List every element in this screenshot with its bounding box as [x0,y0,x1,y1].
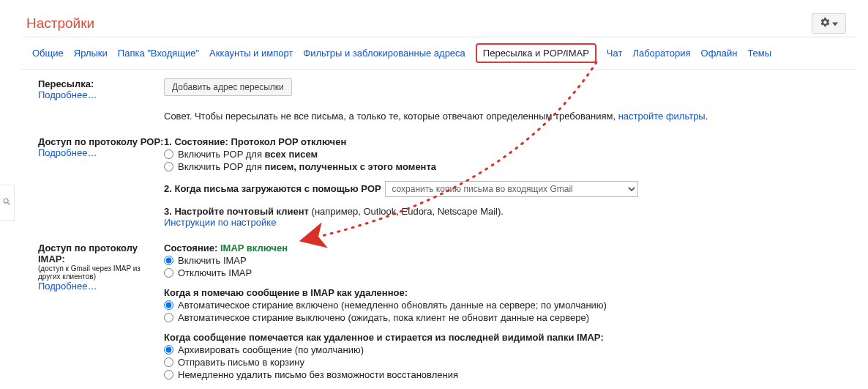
pop-enable-new-row[interactable]: Включить POP для писем, полученных с это… [164,161,853,172]
tab-offline[interactable]: Офлайн [701,48,738,59]
forwarding-title: Пересылка: [38,78,164,89]
dropdown-caret-icon [832,18,838,29]
imap-enable-row[interactable]: Включить IMAP [164,255,853,266]
page-title: Настройки [26,15,94,32]
imap-enable-radio[interactable] [164,256,173,265]
search-rail-button[interactable] [0,185,15,221]
imap-subtitle: (доступ к Gmail через IMAP из других кли… [38,264,164,281]
tab-chat[interactable]: Чат [607,48,623,59]
imap-expunge-heading: Когда сообщение помечается как удаленное… [164,332,853,343]
imap-disable-label: Отключить IMAP [178,267,252,278]
pop-action-select[interactable]: сохранить копию письма во входящих Gmail [385,181,638,197]
forwarding-section: Пересылка: Подробнее… Добавить адрес пер… [0,78,868,122]
tab-filters[interactable]: Фильтры и заблокированные адреса [303,48,465,59]
imap-more-link[interactable]: Подробнее… [38,281,164,292]
imap-expunge-archive-radio[interactable] [164,345,173,355]
pop-status: 1. Состояние: Протокол POP отключен [164,136,853,147]
imap-expunge-delete-label: Немедленно удалить письмо без возможност… [178,369,458,380]
tab-forwarding-pop-imap[interactable]: Пересылка и POP/IMAP [476,43,596,63]
imap-status: Состояние: IMAP включен [164,242,288,253]
imap-expunge-archive-row[interactable]: Архивировать сообщение (по умолчанию) [164,344,853,355]
pop-instructions-link[interactable]: Инструкции по настройке [164,217,276,228]
imap-disable-radio[interactable] [164,268,173,278]
pop-enable-all-row[interactable]: Включить POP для всех писем [164,149,853,160]
imap-expunge-delete-row[interactable]: Немедленно удалить письмо без возможност… [164,369,853,380]
imap-section: Доступ по протоколу IMAP: (доступ к Gmai… [0,242,868,382]
pop-more-link[interactable]: Подробнее… [38,147,164,158]
imap-autoexpunge-on-radio[interactable] [164,300,173,310]
imap-expunge-trash-radio[interactable] [164,357,173,367]
imap-enable-label: Включить IMAP [178,255,247,266]
forwarding-tip-text: Совет. Чтобы пересылать не все письма, а… [164,111,618,122]
settings-tabs: Общие Ярлыки Папка "Входящие" Аккаунты и… [22,37,856,70]
pop-section: Доступ по протоколу POP: Подробнее… 1. С… [0,136,868,228]
gear-icon [820,17,831,30]
forwarding-tip: Совет. Чтобы пересылать не все письма, а… [164,111,853,122]
imap-title: Доступ по протоколу IMAP: [38,242,164,264]
forwarding-tip-suffix: . [706,111,708,122]
settings-gear-button[interactable] [812,13,846,34]
pop-title: Доступ по протоколу POP: [38,136,164,147]
pop-enable-all-radio[interactable] [164,149,173,159]
tab-accounts[interactable]: Аккаунты и импорт [209,48,293,59]
imap-autoexpunge-on-row[interactable]: Автоматическое стирание включено (немедл… [164,300,853,311]
add-forwarding-address-button[interactable]: Добавить адрес пересылки [164,78,292,96]
imap-expunge-delete-radio[interactable] [164,370,173,379]
configure-filters-link[interactable]: настройте фильтры [618,111,706,122]
tab-inbox[interactable]: Папка "Входящие" [118,48,199,59]
imap-autoexpunge-off-row[interactable]: Автоматическое стирание выключено (ожида… [164,312,853,323]
tab-labs[interactable]: Лаборатория [632,48,690,59]
imap-disable-row[interactable]: Отключить IMAP [164,267,853,278]
imap-autoexpunge-off-radio[interactable] [164,313,173,322]
tab-labels[interactable]: Ярлыки [74,48,108,59]
imap-expunge-trash-row[interactable]: Отправить письмо в корзину [164,357,853,368]
pop-enable-new-label: Включить POP для писем, полученных с это… [178,161,436,172]
imap-expunge-trash-label: Отправить письмо в корзину [178,357,304,368]
pop-step2-label: 2. Когда письма загружаются с помощью PO… [164,183,381,194]
pop-enable-new-radio[interactable] [164,162,173,171]
search-icon [2,197,12,209]
imap-expunge-archive-label: Архивировать сообщение (по умолчанию) [178,344,364,355]
pop-step3-label: 3. Настройте почтовый клиент (например, … [164,206,504,217]
imap-delete-heading: Когда я помечаю сообщение в IMAP как уда… [164,287,853,298]
forwarding-more-link[interactable]: Подробнее… [38,89,164,100]
imap-autoexpunge-off-label: Автоматическое стирание выключено (ожида… [178,312,589,323]
imap-autoexpunge-on-label: Автоматическое стирание включено (немедл… [178,300,607,311]
pop-enable-all-label: Включить POP для всех писем [178,149,318,160]
tab-general[interactable]: Общие [32,48,64,59]
tab-themes[interactable]: Темы [747,48,771,59]
